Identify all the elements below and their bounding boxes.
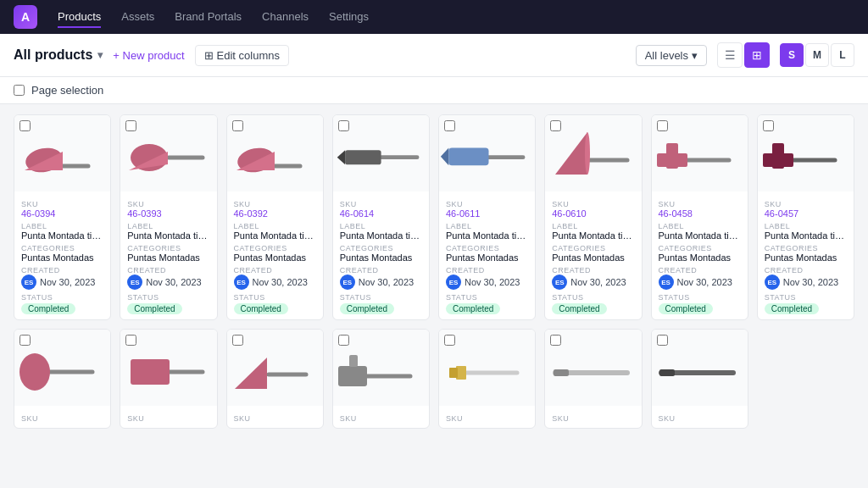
- label-value: Punta Montada tipo A...: [552, 230, 634, 241]
- card-body-10: SKU: [227, 406, 323, 428]
- toolbar: All products ▾ + New product ⊞ Edit colu…: [0, 34, 868, 77]
- created-value: ES Nov 30, 2023: [340, 274, 422, 290]
- created-label: CREATED: [340, 266, 422, 274]
- label-value: Punta Montada tipo A...: [21, 230, 103, 241]
- card-checkbox-2[interactable]: [232, 120, 243, 134]
- status-label: STATUS: [659, 293, 741, 302]
- categories-label: CATEGORIES: [21, 244, 103, 252]
- card-checkbox-6[interactable]: [657, 120, 668, 134]
- card-body-13: SKU: [545, 406, 641, 428]
- nav-brand-portals[interactable]: Brand Portals: [175, 7, 242, 28]
- categories-value: Puntas Montadas: [659, 252, 741, 263]
- app-logo[interactable]: A: [14, 5, 37, 29]
- status-badge: Completed: [659, 303, 713, 314]
- product-card[interactable]: SKU 46-0611 LABEL Punta Montada tipo A..…: [438, 114, 536, 320]
- card-checkbox-1[interactable]: [125, 120, 136, 134]
- sku-label: SKU: [127, 200, 209, 208]
- status-badge: Completed: [552, 303, 606, 314]
- status-label: STATUS: [127, 293, 209, 302]
- card-checkbox-9[interactable]: [125, 335, 136, 348]
- avatar: ES: [127, 274, 142, 290]
- nav-settings[interactable]: Settings: [329, 7, 369, 28]
- created-value: ES Nov 30, 2023: [446, 274, 528, 290]
- status-badge: Completed: [765, 303, 819, 314]
- sku-value: 46-0610: [552, 208, 634, 219]
- edit-columns-button[interactable]: ⊞ Edit columns: [195, 45, 289, 66]
- chevron-down-icon[interactable]: ▾: [97, 49, 103, 61]
- card-checkbox-8[interactable]: [19, 335, 31, 348]
- sku-label: SKU: [659, 200, 741, 208]
- label-label: LABEL: [552, 222, 634, 230]
- product-card[interactable]: SKU 46-0457 LABEL Punta Montada tipo ...…: [757, 114, 854, 320]
- nav-channels[interactable]: Channels: [262, 7, 309, 28]
- status-badge: Completed: [127, 303, 181, 314]
- created-label: CREATED: [21, 266, 103, 274]
- label-value: Punta Montada tipo A...: [340, 230, 422, 241]
- sku-value: 46-0611: [446, 208, 528, 219]
- status-label: STATUS: [446, 293, 528, 302]
- product-card[interactable]: SKU 46-0393 LABEL Punta Montada tipo A..…: [120, 114, 217, 320]
- product-card[interactable]: SKU 46-0392 LABEL Punta Montada tipo A..…: [226, 114, 324, 320]
- categories-value: Puntas Montadas: [446, 252, 528, 263]
- product-card[interactable]: SKU 46-0394 LABEL Punta Montada tipo A..…: [14, 114, 111, 320]
- page-select-checkbox[interactable]: [14, 85, 25, 96]
- grid-view-button[interactable]: ⊞: [744, 42, 770, 68]
- label-value: Punta Montada tipo ...: [659, 230, 741, 241]
- label-label: LABEL: [21, 222, 103, 230]
- card-checkbox-0[interactable]: [19, 120, 31, 134]
- categories-value: Puntas Montadas: [127, 252, 209, 263]
- sku-label: SKU: [552, 200, 634, 208]
- card-body-12: SKU: [439, 406, 535, 428]
- label-label: LABEL: [446, 222, 528, 230]
- product-card[interactable]: SKU: [332, 329, 430, 429]
- card-body-3: SKU 46-0614 LABEL Punta Montada tipo A..…: [333, 191, 429, 319]
- product-card[interactable]: SKU 46-0614 LABEL Punta Montada tipo A..…: [332, 114, 430, 320]
- card-checkbox-5[interactable]: [550, 120, 561, 134]
- card-checkbox-11[interactable]: [338, 335, 349, 348]
- size-l-button[interactable]: L: [831, 43, 854, 67]
- product-card[interactable]: SKU: [120, 329, 217, 429]
- created-value: ES Nov 30, 2023: [659, 274, 741, 290]
- status-label: STATUS: [234, 293, 316, 302]
- card-body-9: SKU: [120, 406, 216, 428]
- label-label: LABEL: [127, 222, 209, 230]
- created-label: CREATED: [765, 266, 847, 274]
- new-product-button[interactable]: + New product: [113, 49, 184, 62]
- card-checkbox-14[interactable]: [657, 335, 668, 348]
- card-checkbox-7[interactable]: [763, 120, 774, 134]
- nav-products[interactable]: Products: [58, 7, 101, 28]
- card-checkbox-10[interactable]: [232, 335, 243, 348]
- sku-label: SKU: [340, 200, 422, 208]
- label-label: LABEL: [340, 222, 422, 230]
- sku-label: SKU: [234, 414, 316, 423]
- categories-value: Puntas Montadas: [552, 252, 634, 263]
- product-card[interactable]: SKU: [438, 329, 536, 429]
- page-title: All products ▾: [14, 47, 103, 63]
- size-s-button[interactable]: S: [780, 43, 804, 67]
- sku-label: SKU: [765, 200, 847, 208]
- product-card[interactable]: SKU: [544, 329, 642, 429]
- card-checkbox-12[interactable]: [444, 335, 455, 348]
- label-value: Punta Montada tipo A...: [446, 230, 528, 241]
- categories-value: Puntas Montadas: [765, 252, 847, 263]
- product-card[interactable]: SKU 46-0610 LABEL Punta Montada tipo A..…: [544, 114, 642, 320]
- product-card[interactable]: SKU: [14, 329, 111, 429]
- sku-value: 46-0457: [765, 208, 847, 219]
- product-card[interactable]: SKU 46-0458 LABEL Punta Montada tipo ...…: [651, 114, 748, 320]
- card-checkbox-4[interactable]: [444, 120, 455, 134]
- created-value: ES Nov 30, 2023: [21, 274, 103, 290]
- level-dropdown[interactable]: All levels ▾: [636, 45, 707, 66]
- label-label: LABEL: [765, 222, 847, 230]
- created-label: CREATED: [552, 266, 634, 274]
- list-view-button[interactable]: ☰: [717, 42, 743, 68]
- card-checkbox-13[interactable]: [550, 335, 561, 348]
- avatar: ES: [552, 274, 567, 290]
- card-checkbox-3[interactable]: [338, 120, 349, 134]
- sku-label: SKU: [340, 414, 422, 423]
- card-body-2: SKU 46-0392 LABEL Punta Montada tipo A..…: [227, 191, 323, 319]
- product-card[interactable]: SKU: [651, 329, 748, 429]
- status-label: STATUS: [552, 293, 634, 302]
- product-card[interactable]: SKU: [226, 329, 324, 429]
- size-m-button[interactable]: M: [805, 43, 829, 67]
- nav-assets[interactable]: Assets: [121, 7, 154, 28]
